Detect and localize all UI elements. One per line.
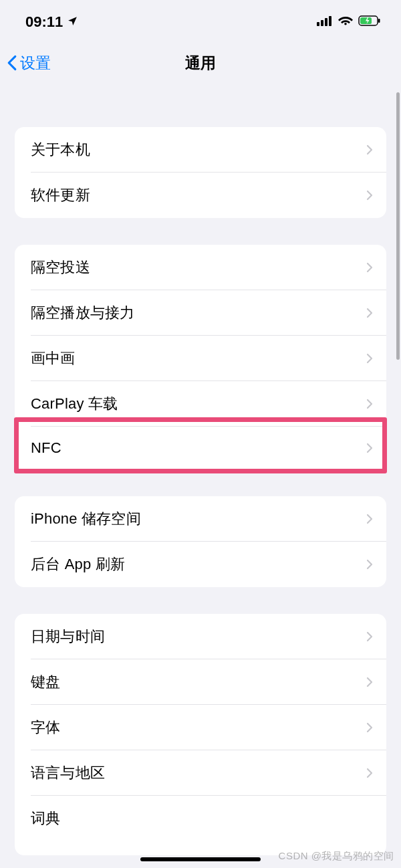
chevron-right-icon xyxy=(366,399,373,409)
row-fonts[interactable]: 字体 xyxy=(15,705,386,750)
row-background-app-refresh[interactable]: 后台 App 刷新 xyxy=(15,542,386,587)
row-nfc[interactable]: NFC xyxy=(15,427,386,469)
chevron-right-icon xyxy=(366,768,373,778)
svg-rect-3 xyxy=(329,16,331,26)
time-label: 09:11 xyxy=(25,13,63,31)
chevron-right-icon xyxy=(366,722,373,733)
chevron-right-icon xyxy=(366,514,373,524)
row-label: CarPlay 车载 xyxy=(31,394,118,414)
nav-bar: 设置 通用 xyxy=(0,40,401,90)
row-label: 软件更新 xyxy=(31,185,90,205)
cellular-icon xyxy=(317,15,333,29)
row-label: 语言与地区 xyxy=(31,763,105,783)
chevron-right-icon xyxy=(366,190,373,201)
back-button[interactable]: 设置 xyxy=(7,53,51,74)
chevron-right-icon xyxy=(366,262,373,273)
home-indicator[interactable] xyxy=(140,857,261,861)
row-label: 画中画 xyxy=(31,348,76,368)
row-date-time[interactable]: 日期与时间 xyxy=(15,614,386,659)
row-label: 字体 xyxy=(31,718,60,738)
status-time: 09:11 xyxy=(25,13,78,31)
row-label: 词典 xyxy=(31,808,60,829)
row-label: NFC xyxy=(31,439,61,457)
svg-rect-1 xyxy=(321,20,323,26)
settings-group-about: 关于本机 软件更新 xyxy=(15,127,386,218)
row-label: 后台 App 刷新 xyxy=(31,554,125,574)
chevron-right-icon xyxy=(366,443,373,453)
row-label: 键盘 xyxy=(31,672,60,692)
svg-rect-5 xyxy=(378,19,380,23)
battery-icon xyxy=(358,15,381,29)
row-airplay-handoff[interactable]: 隔空播放与接力 xyxy=(15,290,386,336)
status-indicators xyxy=(317,15,381,29)
row-label: 隔空播放与接力 xyxy=(31,303,134,323)
chevron-right-icon xyxy=(366,353,373,364)
scrollbar[interactable] xyxy=(396,92,400,360)
row-iphone-storage[interactable]: iPhone 储存空间 xyxy=(15,496,386,542)
settings-group-datetime: 日期与时间 键盘 字体 语言与地区 词典 xyxy=(15,614,386,855)
row-airdrop[interactable]: 隔空投送 xyxy=(15,245,386,290)
row-label: 隔空投送 xyxy=(31,257,90,278)
row-language-region[interactable]: 语言与地区 xyxy=(15,750,386,796)
row-keyboard[interactable]: 键盘 xyxy=(15,659,386,705)
row-dictionary[interactable]: 词典 xyxy=(15,796,386,855)
location-icon xyxy=(67,13,78,31)
back-label: 设置 xyxy=(20,53,51,74)
chevron-right-icon xyxy=(366,631,373,642)
row-about[interactable]: 关于本机 xyxy=(15,127,386,173)
wifi-icon xyxy=(338,15,353,29)
row-carplay[interactable]: CarPlay 车载 xyxy=(15,381,386,427)
status-bar: 09:11 xyxy=(0,0,401,40)
row-picture-in-picture[interactable]: 画中画 xyxy=(15,336,386,381)
page-title: 通用 xyxy=(185,53,216,74)
settings-group-storage: iPhone 储存空间 后台 App 刷新 xyxy=(15,496,386,587)
watermark: CSDN @我是乌鸦的空间 xyxy=(279,850,394,863)
chevron-right-icon xyxy=(366,559,373,570)
row-label: 关于本机 xyxy=(31,140,90,160)
row-label: iPhone 储存空间 xyxy=(31,509,141,529)
row-label: 日期与时间 xyxy=(31,627,105,647)
settings-group-airdrop: 隔空投送 隔空播放与接力 画中画 CarPlay 车载 NFC xyxy=(15,245,386,469)
chevron-right-icon xyxy=(366,308,373,318)
chevron-left-icon xyxy=(7,55,17,71)
row-software-update[interactable]: 软件更新 xyxy=(15,173,386,218)
svg-rect-0 xyxy=(317,22,319,26)
chevron-right-icon xyxy=(366,144,373,155)
svg-rect-2 xyxy=(325,18,327,26)
settings-content: 关于本机 软件更新 隔空投送 隔空播放与接力 画中画 CarPlay 车载 NF… xyxy=(0,127,401,855)
chevron-right-icon xyxy=(366,677,373,687)
